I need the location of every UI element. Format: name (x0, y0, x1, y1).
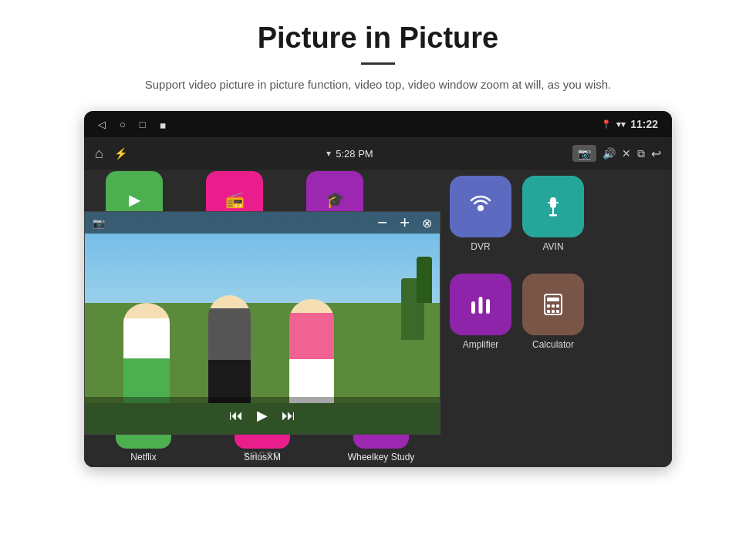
page-container: Picture in Picture Support video picture… (0, 0, 756, 538)
pip-window[interactable]: 📷 − + ⊗ ⏮ ▶ ⏭ (84, 211, 440, 435)
svg-rect-16 (556, 310, 559, 313)
calculator-label: Calculator (532, 339, 574, 350)
svg-rect-6 (471, 301, 475, 314)
right-top-icons-row: DVR AVIN (450, 176, 663, 252)
app-tile-avin[interactable]: AVIN (522, 176, 584, 252)
media-play-button[interactable]: ▶ (257, 407, 268, 424)
back-icon[interactable]: ↩ (651, 146, 661, 161)
location-icon: 📍 (601, 119, 612, 129)
pip-plus-button[interactable]: + (400, 213, 410, 233)
media-next-button[interactable]: ⏭ (282, 408, 295, 424)
title-divider (361, 62, 395, 65)
nav-back-icon[interactable] (98, 119, 106, 130)
duplicate-icon[interactable]: ⧉ (637, 147, 645, 160)
avin-svg-icon (539, 193, 567, 220)
svg-rect-11 (547, 304, 550, 308)
camera-button[interactable]: 📷 (572, 145, 596, 162)
media-prev-button[interactable]: ⏮ (229, 408, 243, 424)
figure-2 (208, 295, 251, 403)
app-tile-calculator[interactable]: Calculator (522, 274, 584, 350)
app-bar-left: ⌂ ⚡ (95, 146, 127, 162)
pip-cam-icon: 📷 (93, 217, 105, 229)
svg-rect-3 (549, 214, 557, 217)
pip-close-button[interactable]: ⊗ (422, 216, 432, 230)
close-window-icon[interactable]: ✕ (622, 147, 631, 160)
avin-icon-box (522, 176, 584, 237)
status-time: 11:22 (630, 118, 658, 130)
usb-icon: ⚡ (114, 147, 127, 160)
amplifier-icon-box (450, 274, 511, 335)
netflix-label: Netflix (130, 452, 156, 462)
status-bar-nav (98, 119, 166, 130)
icons-right: DVR AVIN (440, 170, 672, 467)
svg-rect-10 (547, 298, 559, 301)
page-title: Picture in Picture (258, 22, 499, 55)
dvr-icon-box (450, 176, 511, 237)
watermark: YOCZO (243, 450, 281, 459)
status-bar-right: 📍 ▾▾ 11:22 (601, 118, 658, 130)
app-bar-time: 5:28 PM (336, 148, 373, 160)
pip-media-controls: ⏮ ▶ ⏭ (85, 397, 440, 434)
figure-1 (123, 303, 170, 403)
amplifier-svg-icon (467, 291, 494, 318)
calculator-svg-icon (539, 291, 567, 318)
svg-rect-12 (552, 304, 555, 308)
figure-3 (289, 299, 334, 403)
svg-rect-2 (552, 208, 554, 214)
nav-recent-icon[interactable] (140, 119, 146, 130)
volume-icon[interactable]: 🔊 (602, 147, 616, 160)
wifi-icon: ▾ (326, 148, 331, 159)
avin-label: AVIN (542, 241, 563, 252)
home-icon[interactable]: ⌂ (95, 146, 103, 162)
pip-size-controls: − + ⊗ (377, 213, 432, 233)
svg-point-0 (478, 205, 484, 211)
amplifier-label: Amplifier (463, 339, 499, 350)
tree-2 (417, 257, 432, 303)
app-bar-right: 📷 🔊 ✕ ⧉ ↩ (572, 145, 661, 162)
video-panel: ▶ 📻 🎓 (84, 170, 440, 467)
status-bar: 📍 ▾▾ 11:22 (84, 111, 672, 137)
page-subtitle: Support video picture in picture functio… (145, 76, 611, 94)
svg-rect-7 (479, 297, 483, 314)
wifi-signal-icon: ▾▾ (616, 119, 626, 129)
nav-app-icon[interactable] (160, 119, 166, 130)
svg-rect-5 (556, 202, 559, 203)
pip-top-bar: 📷 − + ⊗ (85, 212, 440, 234)
pip-minus-button[interactable]: − (377, 213, 387, 233)
dvr-svg-icon (467, 193, 494, 220)
app-tile-amplifier[interactable]: Amplifier (450, 274, 511, 350)
device-frame: 📍 ▾▾ 11:22 ⌂ ⚡ ▾ 5:28 PM 📷 🔊 ✕ ⧉ ↩ (84, 111, 672, 467)
app-tile-dvr[interactable]: DVR (450, 176, 511, 252)
svg-rect-14 (547, 310, 550, 313)
svg-rect-15 (552, 310, 555, 313)
calculator-icon-box (522, 274, 584, 335)
right-bottom-icons-row: Amplifier (450, 274, 663, 350)
app-bar-center: ▾ 5:28 PM (326, 148, 373, 160)
svg-rect-4 (548, 202, 550, 203)
app-bar: ⌂ ⚡ ▾ 5:28 PM 📷 🔊 ✕ ⧉ ↩ (84, 137, 672, 170)
svg-rect-1 (550, 197, 556, 208)
dvr-label: DVR (471, 241, 490, 252)
nav-home-icon[interactable] (120, 119, 126, 130)
svg-rect-8 (486, 299, 490, 314)
svg-rect-13 (556, 304, 559, 308)
wheelkey-label: Wheelkey Study (348, 452, 415, 462)
main-area: ▶ 📻 🎓 (84, 170, 672, 467)
